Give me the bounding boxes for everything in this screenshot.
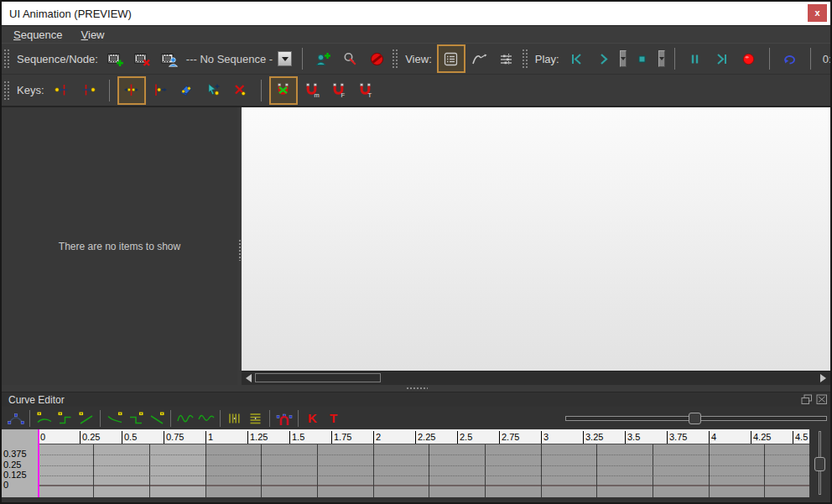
stop-options-button[interactable] bbox=[658, 50, 665, 67]
record-button[interactable] bbox=[736, 46, 762, 71]
wave-b-button[interactable] bbox=[195, 408, 216, 428]
title-bar[interactable]: UI Animation (PREVIEW) x bbox=[2, 2, 830, 25]
fit-vertical-button[interactable] bbox=[245, 408, 266, 428]
add-keys-button[interactable] bbox=[201, 78, 226, 103]
float-panel-button[interactable] bbox=[800, 394, 813, 405]
fit-horizontal-icon bbox=[226, 411, 243, 426]
node-tree-panel[interactable]: There are no items to show bbox=[2, 107, 237, 385]
play-icon bbox=[595, 51, 611, 67]
preview-column bbox=[242, 107, 830, 385]
default-curve-button[interactable] bbox=[5, 408, 26, 428]
close-button[interactable]: x bbox=[808, 4, 827, 22]
add-sequence-button[interactable] bbox=[103, 46, 128, 71]
tangent-in-step-icon bbox=[57, 411, 74, 426]
go-to-next-key-button[interactable] bbox=[76, 78, 101, 103]
playhead-marker[interactable] bbox=[38, 429, 39, 497]
sequence-properties-button[interactable] bbox=[157, 46, 182, 71]
toolbar-grip[interactable] bbox=[522, 49, 528, 69]
tangent-out-step-icon bbox=[127, 411, 144, 426]
grid-line-horizontal bbox=[38, 455, 809, 455]
snap-none-button[interactable] bbox=[269, 76, 298, 105]
scrollbar-thumb[interactable] bbox=[255, 373, 381, 382]
film-person-icon bbox=[161, 51, 178, 67]
ruler-tick: 1.5 bbox=[289, 431, 304, 444]
move-keys-icon bbox=[123, 82, 139, 98]
snap-frame-button[interactable]: F bbox=[326, 78, 351, 103]
tangent-in-step-button[interactable] bbox=[55, 408, 75, 428]
tangent-out-flat-button[interactable] bbox=[104, 408, 125, 428]
snap-magnet-button[interactable]: m bbox=[299, 78, 325, 103]
grid-line-vertical bbox=[485, 444, 486, 497]
time-ruler[interactable]: 00.250.50.7511.251.51.7522.252.52.7533.2… bbox=[38, 429, 809, 444]
wave-a-button[interactable] bbox=[174, 408, 195, 428]
go-to-start-button[interactable] bbox=[564, 46, 590, 71]
sine-wave2-icon bbox=[198, 411, 215, 426]
play-button[interactable] bbox=[591, 46, 616, 71]
tangent-out-linear-button[interactable] bbox=[146, 408, 167, 428]
vertical-zoom-thumb[interactable] bbox=[814, 457, 825, 471]
next-key-icon bbox=[81, 82, 96, 98]
sequence-select-arrow[interactable] bbox=[278, 51, 292, 66]
grid-line-horizontal bbox=[38, 475, 809, 476]
snap-tick-button[interactable]: T bbox=[353, 78, 378, 103]
menu-sequence[interactable]: Sequence bbox=[4, 28, 72, 42]
stop-button[interactable] bbox=[630, 46, 655, 71]
tangent-letter: T bbox=[330, 411, 337, 425]
slide-keys-button[interactable] bbox=[148, 78, 173, 103]
sequence-select[interactable]: --- No Sequence - bbox=[186, 51, 292, 66]
dope-sheet-icon bbox=[498, 51, 514, 67]
loop-button[interactable] bbox=[777, 46, 803, 71]
disable-button[interactable] bbox=[364, 46, 389, 71]
snap-keys-button[interactable] bbox=[273, 408, 294, 428]
horizontal-zoom-slider[interactable] bbox=[565, 416, 827, 421]
toolbar-grip[interactable] bbox=[3, 49, 9, 69]
ruler-tick: 2 bbox=[373, 431, 381, 444]
track-list-view-button[interactable] bbox=[437, 44, 465, 73]
ruler-tick: 4 bbox=[709, 431, 716, 444]
tangent-in-linear-button[interactable] bbox=[75, 408, 96, 428]
separator bbox=[261, 80, 262, 101]
separator bbox=[302, 48, 303, 70]
ruler-tick: 2.25 bbox=[415, 431, 435, 444]
vertical-splitter[interactable] bbox=[237, 107, 242, 385]
scale-keys-button[interactable] bbox=[174, 78, 200, 103]
magnet-move-icon: m bbox=[304, 82, 320, 98]
curve-view-button[interactable] bbox=[467, 46, 492, 71]
grid-line-vertical bbox=[764, 444, 765, 497]
scroll-right-button[interactable] bbox=[818, 373, 829, 383]
close-panel-button[interactable] bbox=[815, 394, 828, 405]
toolbar-grip[interactable] bbox=[3, 81, 9, 101]
value-axis-gutter: 0.3750.250.1250 bbox=[2, 429, 38, 497]
go-to-end-button[interactable] bbox=[710, 46, 735, 71]
horizontal-scrollbar[interactable] bbox=[242, 371, 830, 385]
pause-button[interactable] bbox=[683, 46, 708, 71]
curve-grid[interactable] bbox=[38, 444, 809, 497]
find-node-button[interactable] bbox=[337, 46, 362, 71]
curve-editor-title: Curve Editor bbox=[2, 394, 800, 406]
grid-line-vertical bbox=[149, 444, 150, 497]
play-options-button[interactable] bbox=[620, 50, 627, 67]
view-label: View: bbox=[405, 53, 432, 65]
go-to-previous-key-button[interactable] bbox=[49, 78, 75, 103]
separator bbox=[220, 410, 221, 427]
curve-editor-header[interactable]: Curve Editor bbox=[2, 392, 830, 407]
delete-keys-icon bbox=[232, 82, 248, 98]
tangent-out-step-button[interactable] bbox=[125, 408, 146, 428]
preview-canvas[interactable] bbox=[242, 107, 830, 371]
fit-horizontal-button[interactable] bbox=[224, 408, 245, 428]
delete-keys-button[interactable] bbox=[228, 78, 253, 103]
add-node-button[interactable] bbox=[310, 46, 335, 71]
window-title: UI Animation (PREVIEW) bbox=[2, 8, 132, 20]
tangent-mode-button[interactable]: T bbox=[323, 408, 344, 428]
tangent-in-flat-button[interactable] bbox=[34, 408, 55, 428]
dope-sheet-view-button[interactable] bbox=[494, 46, 519, 71]
menu-view[interactable]: View bbox=[72, 28, 114, 42]
magnifier-icon bbox=[342, 51, 358, 67]
key-mode-button[interactable]: K bbox=[302, 408, 323, 428]
move-keys-button[interactable] bbox=[117, 76, 146, 105]
zoom-slider-thumb[interactable] bbox=[689, 413, 701, 424]
horizontal-splitter[interactable] bbox=[2, 385, 830, 392]
scroll-left-button[interactable] bbox=[243, 373, 254, 383]
toolbar-grip[interactable] bbox=[392, 49, 398, 69]
delete-sequence-button[interactable] bbox=[130, 46, 155, 71]
